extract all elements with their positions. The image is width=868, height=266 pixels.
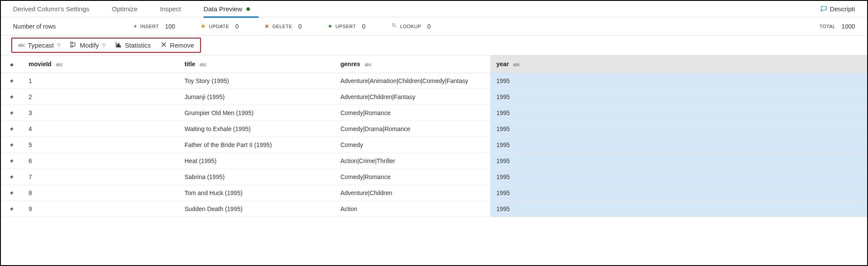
cell-title: Grumpier Old Men (1995) [178, 105, 334, 121]
table-row[interactable]: +5Father of the Bride Part II (1995)Come… [1, 137, 867, 153]
expand-row-icon[interactable]: + [1, 137, 23, 153]
tab-derived-column-settings[interactable]: Derived Column's Settings [13, 1, 89, 17]
sort-icon: ◆ [10, 62, 13, 67]
typecast-button[interactable]: abc Typecast ▽ [18, 42, 61, 49]
cell-movieid: 1 [23, 73, 178, 89]
table-row[interactable]: +1Toy Story (1995)Adventure|Animation|Ch… [1, 73, 867, 89]
svg-rect-8 [120, 45, 120, 47]
expand-row-icon[interactable]: + [1, 185, 23, 201]
panel-tabs: Derived Column's Settings Optimize Inspe… [1, 1, 867, 17]
column-toolbar-highlight: abc Typecast ▽ Modify ▽ Statistics [11, 38, 201, 53]
number-of-rows-label: Number of rows [13, 23, 56, 30]
cell-movieid: 4 [23, 121, 178, 137]
cell-year: 1995 [490, 137, 867, 153]
table-row[interactable]: +3Grumpier Old Men (1995)Comedy|Romance1… [1, 105, 867, 121]
table-row[interactable]: +4Waiting to Exhale (1995)Comedy|Drama|R… [1, 121, 867, 137]
cell-year: 1995 [490, 169, 867, 185]
table-row[interactable]: +9Sudden Death (1995)Action1995 [1, 201, 867, 217]
insert-icon: + [134, 23, 137, 29]
table-row[interactable]: +2Jumanji (1995)Adventure|Children|Fanta… [1, 89, 867, 105]
cell-genres: Action [334, 201, 490, 217]
cell-genres: Action|Crime|Thriller [334, 153, 490, 169]
expand-row-icon[interactable]: + [1, 201, 23, 217]
column-header-genres[interactable]: genres abc [334, 55, 490, 73]
type-icon: abc [56, 62, 63, 67]
cell-movieid: 6 [23, 153, 178, 169]
cell-title: Tom and Huck (1995) [178, 185, 334, 201]
stat-insert: + INSERT 100 [134, 23, 175, 30]
column-header-title[interactable]: title abc [178, 55, 334, 73]
stat-total-name: TOTAL [819, 24, 836, 29]
type-icon: abc [200, 62, 207, 67]
stat-update-name: UPDATE [209, 24, 229, 29]
cell-title: Toy Story (1995) [178, 73, 334, 89]
cell-title: Heat (1995) [178, 153, 334, 169]
cell-movieid: 8 [23, 185, 178, 201]
tab-inspect[interactable]: Inspect [160, 1, 181, 17]
cell-title: Waiting to Exhale (1995) [178, 121, 334, 137]
cell-year: 1995 [490, 153, 867, 169]
description-link[interactable]: Descripti [820, 5, 855, 13]
cell-genres: Comedy|Romance [334, 105, 490, 121]
svg-point-0 [392, 24, 395, 26]
status-dot-icon [246, 7, 250, 11]
expand-row-icon[interactable]: + [1, 89, 23, 105]
expand-row-icon[interactable]: + [1, 121, 23, 137]
stat-delete-name: DELETE [272, 24, 292, 29]
svg-line-1 [395, 26, 396, 28]
cell-movieid: 9 [23, 201, 178, 217]
cell-genres: Adventure|Children [334, 185, 490, 201]
cell-genres: Comedy|Romance [334, 169, 490, 185]
tab-data-preview[interactable]: Data Preview [204, 1, 250, 17]
svg-rect-6 [117, 45, 118, 47]
tab-optimize[interactable]: Optimize [112, 1, 137, 17]
cell-genres: Adventure|Children|Fantasy [334, 89, 490, 105]
modify-label: Modify [80, 42, 99, 49]
expand-row-icon[interactable]: + [1, 73, 23, 89]
table-row[interactable]: +7Sabrina (1995)Comedy|Romance1995 [1, 169, 867, 185]
lookup-icon [392, 23, 397, 29]
sort-column-header[interactable]: ◆ [1, 55, 23, 73]
modify-icon [70, 41, 77, 49]
chevron-down-icon: ▽ [57, 43, 61, 48]
svg-rect-3 [71, 45, 72, 47]
column-header-year[interactable]: year abc [490, 55, 867, 73]
column-header-movieid[interactable]: movieId abc [23, 55, 178, 73]
type-icon: abc [513, 62, 520, 67]
cell-year: 1995 [490, 201, 867, 217]
cell-year: 1995 [490, 89, 867, 105]
type-icon: abc [365, 62, 372, 67]
statistics-button[interactable]: Statistics [115, 41, 151, 49]
expand-row-icon[interactable]: + [1, 169, 23, 185]
svg-rect-7 [118, 43, 119, 47]
expand-row-icon[interactable]: + [1, 153, 23, 169]
close-icon [160, 41, 167, 49]
stat-insert-value: 100 [165, 23, 175, 30]
remove-button[interactable]: Remove [160, 41, 194, 49]
remove-label: Remove [170, 42, 194, 49]
stat-lookup-name: LOOKUP [400, 24, 421, 29]
statistics-icon [115, 41, 122, 49]
row-count-stats: Number of rows + INSERT 100 ✳ UPDATE 0 ✕… [1, 17, 867, 35]
cell-title: Father of the Bride Part II (1995) [178, 137, 334, 153]
cell-genres: Adventure|Animation|Children|Comedy|Fant… [334, 73, 490, 89]
typecast-label: Typecast [28, 42, 54, 49]
data-preview-table: ◆ movieId abc title abc genres abc year … [1, 55, 867, 217]
update-icon: ✳ [201, 23, 205, 29]
stat-delete: ✕ DELETE 0 [265, 23, 302, 30]
cell-movieid: 5 [23, 137, 178, 153]
modify-button[interactable]: Modify ▽ [70, 41, 106, 49]
table-row[interactable]: +6Heat (1995)Action|Crime|Thriller1995 [1, 153, 867, 169]
cell-title: Sabrina (1995) [178, 169, 334, 185]
cell-year: 1995 [490, 73, 867, 89]
description-label: Descripti [830, 5, 855, 13]
expand-row-icon[interactable]: + [1, 105, 23, 121]
statistics-label: Statistics [125, 42, 151, 49]
cell-movieid: 2 [23, 89, 178, 105]
table-row[interactable]: +8Tom and Huck (1995)Adventure|Children1… [1, 185, 867, 201]
cell-year: 1995 [490, 105, 867, 121]
chevron-down-icon: ▽ [102, 43, 106, 48]
stat-upsert-value: 0 [362, 23, 366, 30]
stat-update: ✳ UPDATE 0 [201, 23, 239, 30]
stat-insert-name: INSERT [140, 24, 159, 29]
